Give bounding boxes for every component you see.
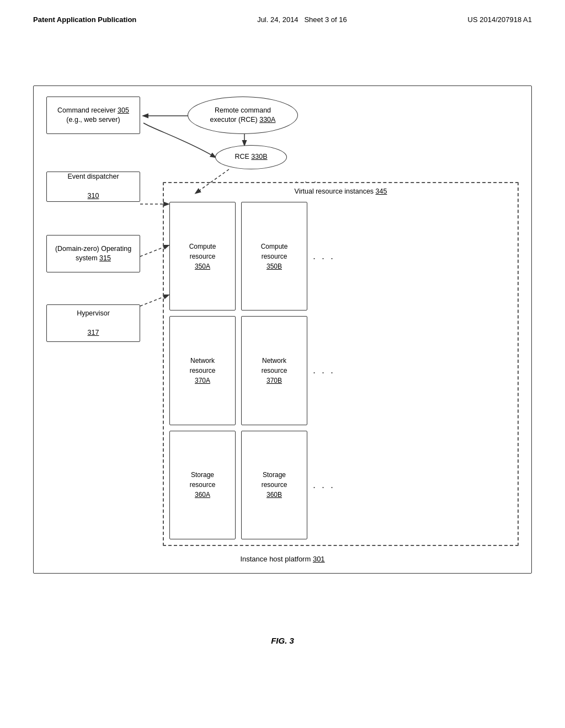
page-header: Patent Application Publication Jul. 24, … bbox=[0, 0, 565, 24]
network-a-box: Networkresource370A bbox=[169, 316, 236, 425]
header-left: Patent Application Publication bbox=[33, 15, 136, 24]
figure-caption: FIG. 3 bbox=[271, 636, 294, 645]
compute-dots: . . . bbox=[313, 202, 478, 311]
storage-dots: . . . bbox=[313, 431, 478, 539]
network-row: Networkresource370A Networkresource370B … bbox=[169, 316, 512, 425]
event-dispatcher-box: Event dispatcher 310 bbox=[46, 172, 140, 202]
storage-row: Storageresource360A Storageresource360B … bbox=[169, 431, 512, 539]
network-b-box: Networkresource370B bbox=[241, 316, 307, 425]
network-dots: . . . bbox=[313, 316, 478, 425]
rce-a-label: Remote commandexecutor (RCE) 330A bbox=[210, 106, 276, 125]
compute-a-box: Computeresource350A bbox=[169, 202, 236, 311]
vri-dashed-box: Virtual resource instances 345 Computere… bbox=[163, 182, 519, 546]
rce-b-ellipse: RCE 330B bbox=[215, 145, 287, 169]
resource-grid: Computeresource350A Computeresource350B … bbox=[169, 202, 512, 539]
command-receiver-box: Command receiver 305 (e.g., web server) bbox=[46, 97, 140, 134]
compute-row: Computeresource350A Computeresource350B … bbox=[169, 202, 512, 311]
os-box: (Domain-zero) Operatingsystem 315 bbox=[46, 235, 140, 272]
header-center: Jul. 24, 2014 Sheet 3 of 16 bbox=[257, 15, 347, 24]
rce-a-ellipse: Remote commandexecutor (RCE) 330A bbox=[188, 97, 298, 134]
compute-b-box: Computeresource350B bbox=[241, 202, 307, 311]
rce-b-label: RCE 330B bbox=[234, 152, 267, 162]
storage-a-box: Storageresource360A bbox=[169, 431, 236, 539]
header-right: US 2014/207918 A1 bbox=[468, 15, 532, 24]
diagram-area: Instance host platform 301 bbox=[33, 85, 532, 574]
vri-label: Virtual resource instances 345 bbox=[295, 188, 387, 195]
command-receiver-label: Command receiver 305 bbox=[57, 106, 129, 116]
storage-b-box: Storageresource360B bbox=[241, 431, 307, 539]
command-receiver-sub: (e.g., web server) bbox=[66, 115, 120, 125]
instance-host-label: Instance host platform 301 bbox=[240, 555, 324, 563]
hypervisor-box: Hypervisor 317 bbox=[46, 304, 140, 342]
os-label: (Domain-zero) Operatingsystem 315 bbox=[55, 244, 131, 264]
left-column: Command receiver 305 (e.g., web server) … bbox=[46, 97, 140, 342]
